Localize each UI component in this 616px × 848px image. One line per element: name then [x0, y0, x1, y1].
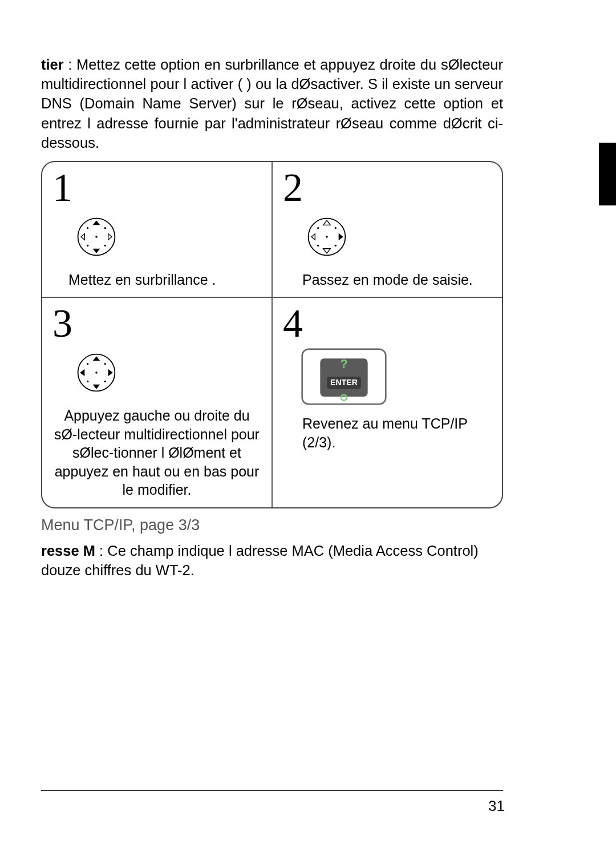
- svg-point-15: [104, 363, 106, 365]
- step-text: Passez en mode de saisie.: [283, 270, 492, 289]
- svg-text:?: ?: [340, 357, 347, 371]
- footer-rule: [41, 790, 503, 791]
- svg-point-5: [104, 244, 106, 246]
- step-4-cell: 4 ENTER ? Revenez au menu TCP/IP (2/3).: [272, 297, 502, 507]
- step-text: Revenez au menu TCP/IP (2/3).: [283, 414, 492, 451]
- svg-point-10: [317, 244, 319, 246]
- mac-body: : Ce champ indique l adresse MAC (Media …: [41, 543, 479, 578]
- intro-body: : Mettez cette option en surbrillance et…: [41, 56, 503, 151]
- svg-point-17: [104, 381, 106, 382]
- step-number: 4: [283, 304, 492, 344]
- svg-point-11: [335, 244, 337, 246]
- svg-point-4: [87, 244, 88, 246]
- svg-point-9: [335, 227, 337, 229]
- svg-point-13: [95, 371, 98, 374]
- mac-paragraph: resse M : Ce champ indique l adresse MAC…: [41, 541, 503, 580]
- svg-point-2: [87, 227, 88, 229]
- step-text: Appuyez gauche ou droite du sØ-lecteur m…: [52, 406, 261, 499]
- enter-button-icon: ENTER ?: [301, 347, 492, 409]
- step-number: 2: [283, 168, 492, 208]
- tcpip-subhead: Menu TCP/IP, page 3/3: [41, 516, 503, 534]
- svg-point-8: [317, 227, 319, 229]
- svg-point-3: [104, 227, 106, 229]
- step-number: 1: [52, 168, 261, 208]
- selector-icon-all: [71, 347, 261, 401]
- page-number: 31: [488, 797, 505, 815]
- section-tab: [599, 143, 616, 205]
- svg-point-7: [326, 236, 328, 238]
- svg-point-16: [87, 381, 88, 382]
- selector-icon-right: [301, 211, 492, 265]
- step-number: 3: [52, 304, 261, 344]
- selector-icon-up-down: [71, 211, 261, 265]
- step-3-cell: 3 Appuyez gauche ou droite du sØ-lecteur…: [42, 297, 272, 507]
- step-text: Mettez en surbrillance .: [52, 270, 261, 289]
- intro-bold: tier: [41, 56, 64, 72]
- svg-point-1: [95, 236, 98, 238]
- steps-grid: 1 Mettez en surbril: [41, 161, 503, 508]
- svg-text:ENTER: ENTER: [330, 378, 358, 387]
- mac-bold: resse M: [41, 543, 95, 559]
- step-2-cell: 2 Passez en mode de saisie.: [272, 162, 502, 298]
- svg-point-14: [87, 363, 88, 365]
- step-1-cell: 1 Mettez en surbril: [42, 162, 272, 298]
- dns-intro-paragraph: tier : Mettez cette option en surbrillan…: [41, 55, 503, 153]
